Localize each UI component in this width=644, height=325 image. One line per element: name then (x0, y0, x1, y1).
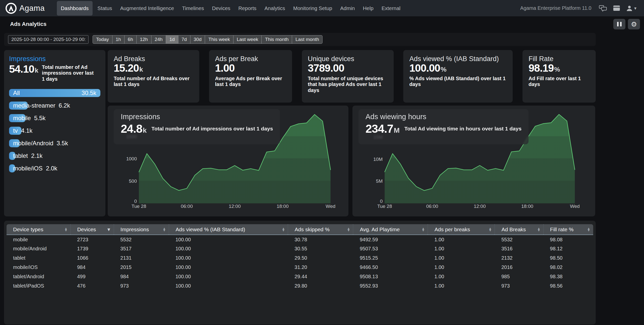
column-header-ad-breaks[interactable]: Ad Breaks▲▼ (495, 224, 543, 235)
table-row-tablet-android[interactable]: tablet/Android499984100.0029.449508.131.… (7, 272, 593, 281)
device-bar-tablet[interactable]: tablet2.1k (9, 152, 100, 160)
kpi-title: Ads viewed % (IAB Standard) (409, 55, 507, 63)
table-row-mobile-android[interactable]: mobile/Android17393517100.0030.559507.53… (7, 244, 593, 253)
table-cell: 100.00 (169, 281, 288, 291)
column-header-ads-per-breaks[interactable]: Ads per breaks▲▼ (428, 224, 495, 235)
device-bar-mobile-android[interactable]: mobile/Android3.5k (9, 139, 100, 147)
nav-item-help[interactable]: Help (359, 2, 377, 14)
column-header-ads-skipped[interactable]: Ads skipped %▲▼ (288, 224, 353, 235)
svg-text:18:00: 18:00 (521, 204, 533, 209)
kpi-card-unique-devices: Unique devices3789.00Total number of uni… (302, 50, 394, 103)
nav-item-dashboards[interactable]: Dashboards (57, 1, 93, 16)
table-cell: 100.00 (169, 263, 288, 272)
bar-value: 30.5k (82, 89, 96, 97)
table-cell: mobile/iOS (7, 263, 70, 272)
page-header: Ads Analytics ⚙ (0, 16, 644, 32)
table-cell: 98.08 (543, 235, 593, 244)
range-button-12h[interactable]: 12h (136, 35, 151, 44)
svg-text:18:00: 18:00 (277, 204, 289, 209)
range-button-last-week[interactable]: Last week (233, 35, 262, 44)
table-cell: 1066 (70, 253, 114, 263)
device-bar-all[interactable]: All30.5k (9, 89, 100, 97)
pause-refresh-button[interactable] (613, 19, 625, 29)
brand-name: Agama (19, 4, 45, 13)
table-cell: 1.00 (428, 263, 495, 272)
table-cell: 985 (495, 272, 543, 281)
range-button-6h[interactable]: 6h (124, 35, 137, 44)
device-bar-media-streamer[interactable]: media-streamer6.2k (9, 102, 100, 110)
svg-text:06:00: 06:00 (181, 204, 193, 209)
kpi-value: 100.00% (409, 63, 507, 73)
column-header-impressions[interactable]: Impressions▲▼ (114, 224, 169, 235)
range-button-this-month[interactable]: This month (261, 35, 292, 44)
range-button-30d[interactable]: 30d (190, 35, 205, 44)
range-button-24h[interactable]: 24h (151, 35, 166, 44)
nav-item-monitoring-setup[interactable]: Monitoring Setup (290, 2, 335, 14)
range-button-today[interactable]: Today (93, 35, 112, 44)
chart-title: Impressions (121, 113, 273, 121)
kpi-title: Fill Rate (529, 55, 590, 63)
nav-item-timelines[interactable]: Timelines (179, 2, 207, 14)
device-bar-mobile-ios[interactable]: mobile/iOS2.0k (9, 164, 100, 172)
range-button-1d[interactable]: 1d (166, 35, 178, 44)
table-cell: 30.78 (288, 235, 353, 244)
range-button-7d[interactable]: 7d (178, 35, 190, 44)
table-cell: 984 (70, 263, 114, 272)
breakdown-description: Total number of Ad impressions over last… (42, 64, 96, 82)
settings-button[interactable]: ⚙ (628, 19, 640, 29)
svg-text:1000: 1000 (126, 156, 137, 161)
column-header-devices[interactable]: Devices▼ (70, 224, 114, 235)
table-row-mobile[interactable]: mobile27235532100.0030.789492.591.005532… (7, 235, 593, 244)
table-cell: 973 (114, 281, 169, 291)
range-button-this-week[interactable]: This week (205, 35, 233, 44)
brand[interactable]: Agama (6, 3, 45, 14)
date-range-input[interactable] (8, 35, 89, 44)
pause-icon (617, 22, 622, 26)
bar-label: media-streamer6.2k (13, 102, 70, 110)
column-header-device-types[interactable]: Device types▲▼ (7, 224, 70, 235)
nav-item-devices[interactable]: Devices (209, 2, 234, 14)
nav-item-augmented-intelligence[interactable]: Augmented Intelligence (117, 2, 177, 14)
table-cell: tablet (7, 253, 70, 263)
range-button-last-month[interactable]: Last month (292, 35, 323, 44)
range-button-1h[interactable]: 1h (112, 35, 125, 44)
chart-description: Total number of Ad impressions over last… (151, 126, 273, 132)
table-cell: 100.00 (169, 235, 288, 244)
table-row-tablet-ipados[interactable]: tablet/iPadOS476973100.0029.809552.931.0… (7, 281, 593, 291)
svg-text:06:00: 06:00 (426, 204, 438, 209)
column-label: Ads skipped % (295, 226, 330, 233)
kpi-title: Ads per Break (215, 55, 286, 63)
nav-item-analytics[interactable]: Analytics (261, 2, 288, 14)
kpi-title: Unique devices (308, 55, 388, 63)
table-cell: 9466.50 (353, 263, 428, 272)
table-row-tablet[interactable]: tablet10662131100.0029.509515.251.002132… (7, 253, 593, 263)
table-cell: 1.00 (428, 244, 495, 253)
table-cell: 5532 (495, 235, 543, 244)
device-bar-tv[interactable]: tv4.1k (9, 127, 100, 135)
nav-item-status[interactable]: Status (94, 2, 115, 14)
table-cell: 1.00 (428, 253, 495, 263)
column-header-avg-ad-playtime[interactable]: Avg. Ad Playtime▲▼ (353, 224, 428, 235)
table-row-mobile-ios[interactable]: mobile/iOS9842015100.0031.209466.501.002… (7, 263, 593, 272)
sort-icon: ▲▼ (538, 227, 540, 231)
device-bar-mobile[interactable]: mobile5.5k (9, 114, 100, 122)
table-cell: 984 (114, 272, 169, 281)
chat-icon[interactable] (599, 5, 607, 12)
column-header-fill-rate[interactable]: Fill rate %▲▼ (543, 224, 593, 235)
impressions-chart-header: Impressions 24.8k Total number of Ad imp… (114, 109, 280, 144)
impressions-chart-card: 050010001500Tue 2806:0012:0018:00Wed Imp… (108, 106, 348, 216)
kpi-card-ads-viewed-iab-standard: Ads viewed % (IAB Standard)100.00%% Ads … (403, 50, 513, 103)
breakdown-metric-title[interactable]: Impressions (9, 55, 100, 63)
kpi-title: Ad Breaks (114, 55, 193, 63)
bar-label: mobile5.5k (13, 114, 46, 122)
table-cell: 2132 (495, 253, 543, 263)
table-cell: 9492.59 (353, 235, 428, 244)
nav-item-reports[interactable]: Reports (235, 2, 260, 14)
table-cell: mobile/Android (7, 244, 70, 253)
nav-item-admin[interactable]: Admin (337, 2, 358, 14)
bar-label: tablet2.1k (13, 152, 43, 160)
user-menu[interactable]: ▾ (626, 5, 636, 12)
panel-window-icon[interactable] (613, 5, 620, 11)
column-header-ads-viewed-iab-standard[interactable]: Ads viewed % (IAB Standard)▲▼ (169, 224, 288, 235)
nav-item-external[interactable]: External (378, 2, 404, 14)
